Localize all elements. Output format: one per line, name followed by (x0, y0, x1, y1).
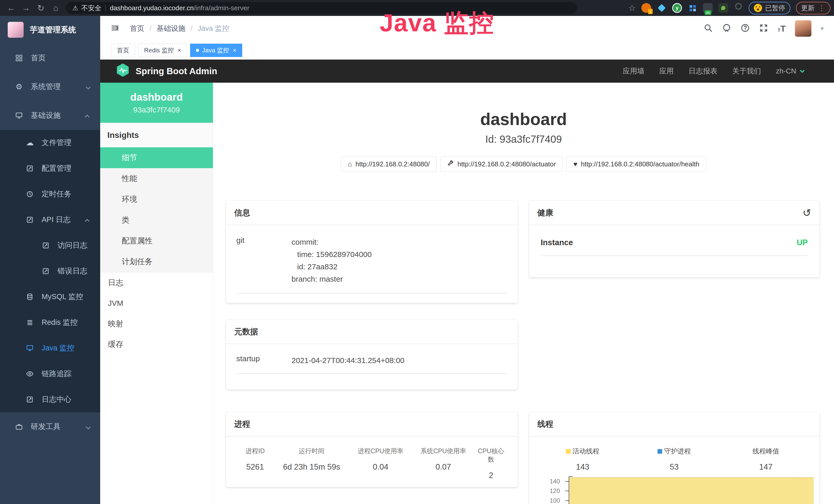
sba-item-scheduled-tasks[interactable]: 计划任务 (100, 251, 213, 272)
annotation-text: Java 监控 (380, 7, 494, 40)
process-id-value: 5261 (236, 462, 274, 472)
extension-grid-icon[interactable] (687, 3, 697, 13)
url-host: dashboard.yudao.iocoder.cn (110, 4, 194, 12)
sba-item-jvm[interactable]: JVM (100, 293, 213, 314)
browser-menu-icon[interactable]: ⋮ (818, 4, 825, 12)
git-time-line: time: 1596289704000 (291, 248, 507, 260)
clock-icon (26, 190, 34, 198)
sba-nav-applications[interactable]: 应用 (659, 66, 674, 76)
user-avatar[interactable] (795, 20, 811, 37)
sidebar-item-tracing[interactable]: 链路追踪 (0, 361, 100, 387)
sba-nav-journal[interactable]: 日志报表 (688, 66, 717, 76)
help-icon[interactable] (741, 23, 750, 33)
reload-icon[interactable]: ↻ (34, 3, 48, 13)
not-secure-label[interactable]: 不安全 (81, 4, 101, 13)
sidebar-item-label: 定时任务 (42, 189, 71, 199)
sba-item-details[interactable]: 细节 (100, 147, 213, 168)
close-icon[interactable]: × (177, 47, 181, 54)
process-col-header: CPU核心数 (475, 447, 507, 464)
sba-item-classes[interactable]: 类 (100, 210, 213, 231)
sba-item-environment[interactable]: 环境 (100, 189, 213, 210)
chevron-up-icon (86, 216, 89, 224)
insights-items: 细节 性能 环境 类 配置属性 计划任务 (100, 147, 213, 272)
app-logo-avatar (8, 22, 24, 38)
sidebar-item-system[interactable]: ⚙ 系统管理 (0, 72, 100, 101)
search-icon[interactable] (704, 23, 713, 33)
metadata-card: 元数据 startup 2021-04-27T00:44:31.254+08:0… (226, 320, 518, 389)
github-icon[interactable] (722, 23, 731, 33)
metadata-key: startup (236, 354, 291, 367)
back-icon[interactable]: ← (4, 3, 19, 13)
extension-leaf-icon[interactable] (719, 3, 728, 13)
sidebar-item-dev-tools[interactable]: 研发工具 (0, 412, 100, 441)
instance-links: ⌂ http://192.168.0.2:48080/ http://192.1… (213, 157, 834, 171)
wrench-icon (447, 160, 454, 168)
edit-icon (26, 164, 34, 173)
insights-section-title: Insights (100, 123, 213, 147)
sba-item-caches[interactable]: 缓存 (100, 334, 213, 354)
sba-item-config-props[interactable]: 配置属性 (100, 231, 213, 251)
sidebar-item-label: 研发工具 (31, 421, 61, 432)
extensions-puzzle-icon[interactable] (734, 3, 743, 13)
forward-icon[interactable]: → (19, 3, 34, 13)
sba-brand[interactable]: Spring Boot Admin (116, 63, 217, 79)
sba-item-performance[interactable]: 性能 (100, 168, 213, 189)
history-icon[interactable]: ↺ (803, 207, 811, 219)
close-icon[interactable]: × (233, 47, 236, 54)
home-icon[interactable]: ⌂ (48, 3, 63, 13)
breadcrumb-separator: / (191, 24, 193, 32)
service-url: http://192.168.0.2:48080/ (355, 160, 430, 168)
font-size-icon[interactable]: тT (777, 24, 786, 33)
sidebar-item-api-logs[interactable]: API 日志 (0, 207, 100, 233)
fullscreen-icon[interactable] (759, 23, 768, 33)
sidebar-item-scheduled-jobs[interactable]: 定时任务 (0, 181, 100, 207)
sidebar-collapse-icon[interactable] (110, 23, 120, 33)
admin-header-actions: тT ▾ (704, 20, 824, 37)
process-col-header: 系统CPU使用率 (412, 447, 475, 455)
tab-redis-monitor[interactable]: Redis 监控 × (138, 44, 187, 57)
user-caret-icon[interactable]: ▾ (821, 25, 824, 32)
sidebar-item-file-manage[interactable]: ☁ 文件管理 (0, 130, 100, 156)
extension-y-icon[interactable]: y (672, 3, 682, 13)
extension-switch-icon[interactable]: on (703, 3, 713, 13)
sidebar-item-access-logs[interactable]: 访问日志 (0, 233, 100, 258)
address-bar[interactable]: ⚠ 不安全 dashboard.yudao.iocoder.cn/infra/a… (66, 2, 577, 14)
sidebar-item-error-logs[interactable]: 错误日志 (0, 258, 100, 284)
locale-selector[interactable]: zh-CN (776, 67, 803, 75)
sidebar-item-redis-monitor[interactable]: ≣ Redis 监控 (0, 310, 100, 335)
breadcrumb: 首页 / 基础设施 / Java 监控 (130, 24, 229, 33)
paused-badge[interactable]: 已暂停 (749, 2, 790, 15)
instance-block[interactable]: dashboard 93a3fc7f7409 (100, 83, 213, 123)
sba-item-mappings[interactable]: 映射 (100, 314, 213, 334)
log-icon (26, 216, 34, 224)
update-button[interactable]: 更新 ⋮ (796, 2, 830, 15)
bookmark-star-icon[interactable]: ☆ (628, 3, 636, 13)
home-icon: ⌂ (348, 160, 352, 168)
database-icon (26, 293, 34, 301)
sidebar-item-label: 错误日志 (58, 266, 87, 276)
sidebar-item-java-monitor[interactable]: Java 监控 (0, 335, 100, 361)
sba-nav-wall[interactable]: 应用墙 (623, 66, 644, 76)
update-label: 更新 (801, 4, 814, 13)
eye-icon (26, 370, 34, 378)
breadcrumb-home[interactable]: 首页 (130, 24, 144, 33)
actuator-url-button[interactable]: http://192.168.0.2:48080/actuator (440, 157, 563, 171)
git-commit-line: commit: (291, 236, 507, 248)
sidebar-item-home[interactable]: 首页 (0, 44, 100, 72)
breadcrumb-infra[interactable]: 基础设施 (157, 24, 185, 33)
extension-pin-icon[interactable] (657, 3, 666, 13)
tab-java-monitor[interactable]: Java 监控 × (190, 44, 242, 57)
tab-home[interactable]: 首页 (111, 44, 135, 57)
health-url-button[interactable]: ♥ http://192.168.0.2:48080/actuator/heal… (566, 157, 706, 171)
sba-nav-about[interactable]: 关于我们 (732, 66, 761, 76)
sidebar-item-infra[interactable]: 基础设施 (0, 101, 100, 130)
instance-id-line: Id: 93a3fc7f7409 (213, 134, 834, 145)
app-logo-row[interactable]: 芋道管理系统 (0, 16, 100, 44)
sba-header: Spring Boot Admin 应用墙 应用 日志报表 关于我们 zh-CN (100, 60, 834, 83)
service-url-button[interactable]: ⌂ http://192.168.0.2:48080/ (341, 157, 437, 171)
sba-item-logs[interactable]: 日志 (100, 272, 213, 293)
sidebar-item-config-manage[interactable]: 配置管理 (0, 156, 100, 181)
extension-orange-icon[interactable]: 1 (641, 3, 651, 13)
sidebar-item-log-center[interactable]: 日志中心 (0, 387, 100, 412)
sidebar-item-mysql-monitor[interactable]: MySQL 监控 (0, 284, 100, 310)
